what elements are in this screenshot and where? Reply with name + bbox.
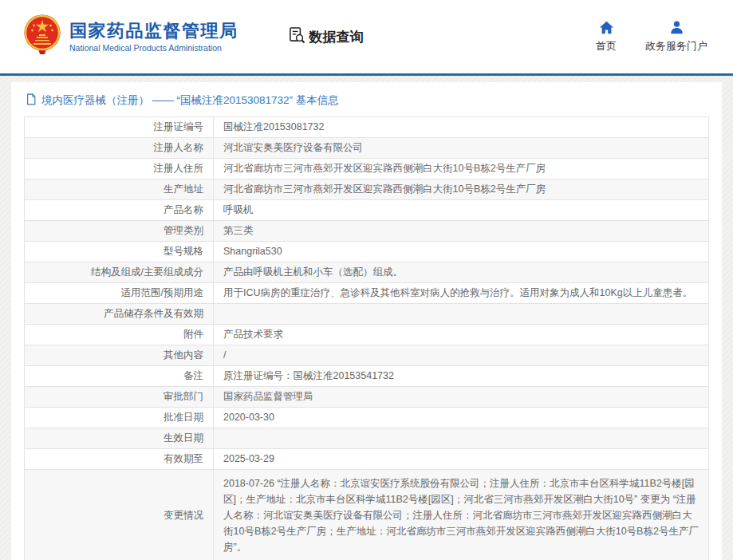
- field-label: 附件: [25, 325, 214, 345]
- field-value: 河北谊安奥美医疗设备有限公司: [214, 138, 709, 159]
- table-row: 审批部门 国家药品监督管理局: [25, 387, 709, 408]
- table-row: 管理类别 第三类: [25, 221, 709, 242]
- home-icon: [599, 21, 614, 37]
- table-row: 注册人住所 河北省廊坊市三河市燕郊开发区迎宾路西侧潮白大街10号B栋2号生产厂房: [25, 159, 709, 179]
- header-divider: [0, 73, 733, 76]
- table-row: 产品储存条件及有效期: [25, 304, 709, 325]
- national-emblem-icon: [22, 14, 62, 60]
- table-row: 批准日期 2020-03-30: [25, 408, 709, 428]
- field-label: 结构及组成/主要组成成分: [25, 262, 214, 283]
- table-row: 其他内容 /: [25, 345, 709, 366]
- field-label: 注册证编号: [25, 117, 214, 138]
- content-panel: 境内医疗器械（注册） —— “国械注准20153081732” 基本信息 注册证…: [11, 82, 722, 560]
- document-search-icon: [288, 26, 305, 48]
- table-row: 产品名称 呼吸机: [25, 200, 709, 221]
- table-row: 型号规格 Shangrila530: [25, 242, 709, 262]
- registration-info-table: 注册证编号 国械注准20153081732 注册人名称 河北谊安奥美医疗设备有限…: [24, 116, 709, 560]
- portal-nav[interactable]: 政务服务门户: [645, 21, 707, 53]
- org-name-cn: 国家药品监督管理局: [69, 21, 238, 41]
- home-nav[interactable]: 首页: [596, 21, 617, 53]
- home-label: 首页: [596, 39, 617, 53]
- field-label: 型号规格: [25, 242, 214, 262]
- table-row: 结构及组成/主要组成成分 产品由呼吸机主机和小车（选配）组成。: [25, 262, 709, 283]
- page-doc-icon: [26, 93, 37, 108]
- user-icon: [669, 21, 684, 37]
- field-label: 注册人住所: [25, 159, 214, 179]
- table-row: 变更情况 2018-07-26 “注册人名称：北京谊安医疗系统股份有限公司；注册…: [25, 470, 709, 560]
- field-label: 注册人名称: [25, 138, 214, 159]
- field-value: 产品技术要求: [214, 325, 709, 345]
- field-label: 有效期至: [25, 449, 214, 470]
- field-label: 变更情况: [25, 470, 214, 560]
- table-row: 备注 原注册证编号：国械注准20153541732: [25, 366, 709, 387]
- field-value: 产品由呼吸机主机和小车（选配）组成。: [214, 262, 709, 283]
- field-label: 批准日期: [25, 408, 214, 428]
- field-label: 生效日期: [25, 428, 214, 449]
- breadcrumb-text: 境内医疗器械（注册） —— “国械注准20153081732” 基本信息: [41, 93, 339, 108]
- field-label: 适用范围/预期用途: [25, 283, 214, 304]
- field-value: Shangrila530: [214, 242, 709, 262]
- field-value: [214, 304, 709, 325]
- field-value: 原注册证编号：国械注准20153541732: [214, 366, 709, 387]
- field-value: 用于ICU病房的重症治疗、急诊科及其他科室对病人的抢救与治疗。适用对象为成人和1…: [214, 283, 709, 304]
- field-value: [214, 428, 709, 449]
- field-value: 国家药品监督管理局: [214, 387, 709, 408]
- table-row: 有效期至 2025-03-29: [25, 449, 709, 470]
- field-label: 审批部门: [25, 387, 214, 408]
- data-query-nav[interactable]: 数据查询: [288, 26, 364, 48]
- table-row: 注册人名称 河北谊安奥美医疗设备有限公司: [25, 138, 709, 159]
- field-value: 第三类: [214, 221, 709, 242]
- field-value: 2020-03-30: [214, 408, 709, 428]
- field-label: 管理类别: [25, 221, 214, 242]
- table-row: 生效日期: [25, 428, 709, 449]
- field-value: 国械注准20153081732: [214, 117, 709, 138]
- field-value: 呼吸机: [214, 200, 709, 221]
- field-label: 备注: [25, 366, 214, 387]
- field-value: 河北省廊坊市三河市燕郊开发区迎宾路西侧潮白大街10号B栋2号生产厂房: [214, 179, 709, 200]
- site-header: 国家药品监督管理局 National Medical Products Admi…: [0, 0, 733, 73]
- table-row: 生产地址 河北省廊坊市三河市燕郊开发区迎宾路西侧潮白大街10号B栋2号生产厂房: [25, 179, 709, 200]
- field-label: 生产地址: [25, 179, 214, 200]
- field-value: 2025-03-29: [214, 449, 709, 470]
- field-label: 产品储存条件及有效期: [25, 304, 214, 325]
- breadcrumb: 境内医疗器械（注册） —— “国械注准20153081732” 基本信息: [24, 87, 709, 116]
- field-value: 2018-07-26 “注册人名称：北京谊安医疗系统股份有限公司；注册人住所：北…: [214, 470, 709, 560]
- table-row: 附件 产品技术要求: [25, 325, 709, 345]
- org-name-en: National Medical Products Administration: [69, 43, 238, 53]
- data-query-label: 数据查询: [309, 28, 364, 46]
- field-value: /: [214, 345, 709, 366]
- site-logo-link[interactable]: 国家药品监督管理局 National Medical Products Admi…: [22, 14, 238, 60]
- portal-label: 政务服务门户: [645, 39, 707, 53]
- field-label: 产品名称: [25, 200, 214, 221]
- table-row: 注册证编号 国械注准20153081732: [25, 117, 709, 138]
- field-value: 河北省廊坊市三河市燕郊开发区迎宾路西侧潮白大街10号B栋2号生产厂房: [214, 159, 709, 179]
- field-label: 其他内容: [25, 345, 214, 366]
- table-row: 适用范围/预期用途 用于ICU病房的重症治疗、急诊科及其他科室对病人的抢救与治疗…: [25, 283, 709, 304]
